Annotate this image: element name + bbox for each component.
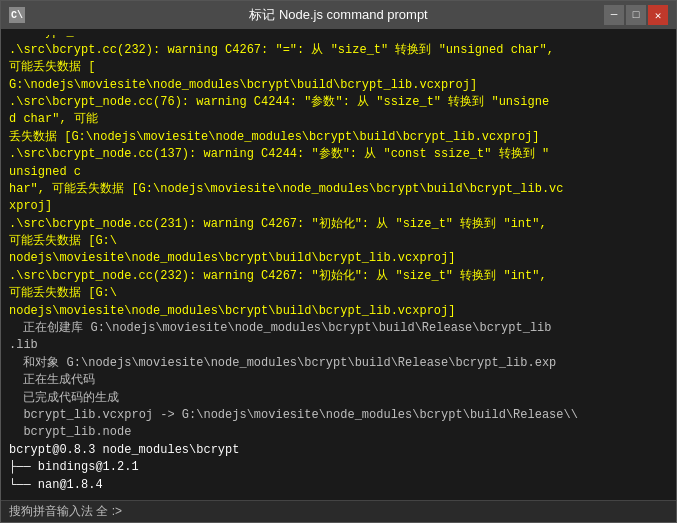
terminal-line: 和对象 G:\nodejs\moviesite\node_modules\bcr… (9, 355, 668, 372)
terminal-line: 丢失数据 [G:\nodejs\moviesite\node_modules\b… (9, 129, 668, 146)
minimize-button[interactable]: ─ (604, 5, 624, 25)
terminal-line: 可能丢失数据 [ (9, 59, 668, 76)
terminal-line: d char", 可能 (9, 111, 668, 128)
terminal-output: bcrypt.cc bcrypt_node.cc.\src\bcrypt.cc(… (9, 35, 668, 494)
terminal-line: G:\nodejs\moviesite\node_modules\bcrypt\… (9, 77, 668, 94)
terminal-line: .\src\bcrypt_node.cc(76): warning C4244:… (9, 94, 668, 111)
terminal-line: .\src\bcrypt_node.cc(232): warning C4267… (9, 268, 668, 285)
terminal-line: .\src\bcrypt_node.cc(231): warning C4267… (9, 216, 668, 233)
window-controls: ─ □ ✕ (604, 5, 668, 25)
title-bar-left: C\ (9, 7, 25, 23)
status-bar: 搜狗拼音输入法 全 :> (1, 500, 676, 522)
close-button[interactable]: ✕ (648, 5, 668, 25)
terminal-line: ├── bindings@1.2.1 (9, 459, 668, 476)
terminal-line: 正在创建库 G:\nodejs\moviesite\node_modules\b… (9, 320, 668, 337)
terminal-line: 可能丢失数据 [G:\ (9, 285, 668, 302)
terminal-line: .\src\bcrypt.cc(232): warning C4267: "="… (9, 42, 668, 59)
terminal-line: bcrypt_lib.node (9, 424, 668, 441)
terminal-line: 正在生成代码 (9, 372, 668, 389)
terminal-line: har", 可能丢失数据 [G:\nodejs\moviesite\node_m… (9, 181, 668, 198)
status-bar-text: 搜狗拼音输入法 全 :> (9, 503, 122, 520)
terminal-line: xproj] (9, 198, 668, 215)
terminal-line: 可能丢失数据 [G:\ (9, 233, 668, 250)
terminal-line: bcrypt_lib.vcxproj -> G:\nodejs\moviesit… (9, 407, 668, 424)
terminal-body[interactable]: bcrypt.cc bcrypt_node.cc.\src\bcrypt.cc(… (1, 29, 676, 500)
terminal-line: bcrypt_node.cc (9, 35, 668, 42)
window-title: 标记 Node.js command prompt (249, 6, 427, 24)
terminal-line: nodejs\moviesite\node_modules\bcrypt\bui… (9, 250, 668, 267)
title-bar: C\ 标记 Node.js command prompt ─ □ ✕ (1, 1, 676, 29)
terminal-line: └── nan@1.8.4 (9, 477, 668, 494)
maximize-button[interactable]: □ (626, 5, 646, 25)
terminal-window: C\ 标记 Node.js command prompt ─ □ ✕ bcryp… (0, 0, 677, 523)
terminal-line: nodejs\moviesite\node_modules\bcrypt\bui… (9, 303, 668, 320)
terminal-line: .lib (9, 337, 668, 354)
terminal-line: .\src\bcrypt_node.cc(137): warning C4244… (9, 146, 668, 163)
terminal-line: bcrypt@0.8.3 node_modules\bcrypt (9, 442, 668, 459)
terminal-line: unsigned c (9, 164, 668, 181)
window-icon: C\ (9, 7, 25, 23)
terminal-line: 已完成代码的生成 (9, 390, 668, 407)
